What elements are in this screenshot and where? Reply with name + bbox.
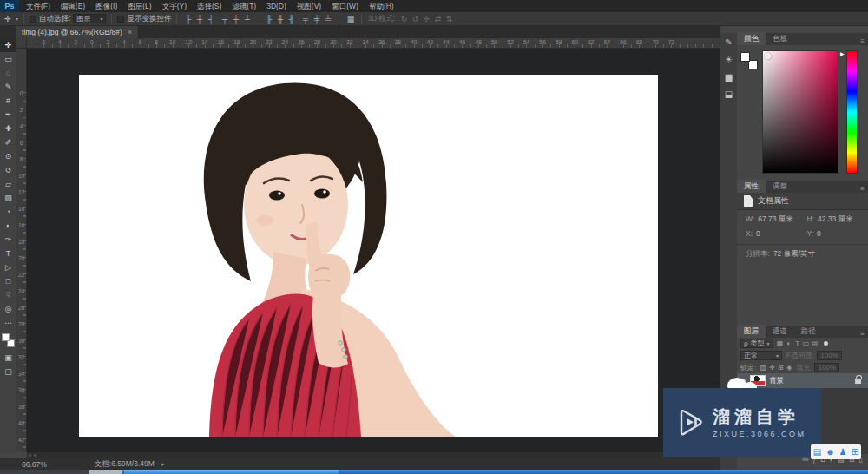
tool-healing-brush[interactable]: ✚ bbox=[0, 122, 16, 135]
menu-item-type[interactable]: 文字(Y) bbox=[157, 0, 192, 12]
distribute-icon[interactable]: ╫ bbox=[274, 15, 286, 23]
panel-icon-adjustments[interactable]: ☀ bbox=[720, 50, 737, 68]
zoom-level[interactable]: 66.67% bbox=[22, 460, 47, 469]
tab-paths[interactable]: 路径 bbox=[794, 325, 823, 338]
tool-clone-stamp[interactable]: ⊙ bbox=[0, 149, 16, 163]
taskbar-active-window[interactable] bbox=[124, 470, 339, 474]
color-picker-cursor[interactable] bbox=[765, 53, 771, 59]
icon-lock-position[interactable]: ⊞ bbox=[776, 364, 785, 372]
horizontal-scrollbar[interactable] bbox=[27, 452, 720, 458]
icon-lock-all[interactable]: ◈ bbox=[785, 364, 793, 372]
icon-filter-pixel[interactable]: ▦ bbox=[776, 339, 785, 347]
show-transform-checkbox[interactable] bbox=[117, 16, 124, 23]
distribute-icon[interactable]: ╟ bbox=[263, 15, 274, 23]
tool-hand[interactable]: ☟ bbox=[0, 288, 16, 302]
filter-bypass-dot[interactable] bbox=[824, 341, 828, 346]
tool-pen[interactable]: ✑ bbox=[0, 233, 16, 247]
mini-color-swatches[interactable] bbox=[740, 52, 760, 71]
panel-toggle-icon[interactable]: ▦ bbox=[345, 15, 356, 23]
tool-lasso[interactable]: ◌ bbox=[0, 66, 16, 80]
status-arrow-icon[interactable]: ▸ bbox=[161, 461, 165, 468]
icon-filter-adjust[interactable]: ◐ bbox=[785, 339, 793, 347]
tab-channels[interactable]: 通道 bbox=[766, 325, 794, 338]
align-icon[interactable]: ┼ bbox=[194, 15, 205, 23]
icon-filter-smart[interactable]: ▤ bbox=[811, 339, 819, 347]
tool-gradient[interactable]: ▨ bbox=[0, 191, 16, 205]
tab-layers[interactable]: 图层 bbox=[737, 325, 766, 338]
distribute-icon[interactable]: ╢ bbox=[286, 15, 297, 23]
color-swatch-pair[interactable] bbox=[0, 332, 16, 351]
align-icon[interactable]: ┬ bbox=[219, 15, 230, 23]
icon-filter-type[interactable]: T bbox=[793, 339, 802, 347]
icon-tray-grid[interactable]: ⊞ bbox=[852, 447, 858, 457]
distribute-icon[interactable]: ╧ bbox=[322, 15, 333, 23]
tool-edit-toolbar[interactable]: ⋯ bbox=[0, 316, 16, 330]
panel-menu-icon[interactable]: ≡ bbox=[857, 37, 868, 45]
ruler-number: 28 bbox=[309, 38, 326, 46]
distribute-icon[interactable]: ╪ bbox=[311, 15, 322, 23]
menu-item-filter[interactable]: 滤镜(T) bbox=[227, 0, 261, 12]
menu-item-help[interactable]: 帮助(H) bbox=[364, 0, 399, 12]
tool-crop[interactable]: # bbox=[0, 94, 16, 108]
tool-move[interactable]: ✛ bbox=[0, 38, 16, 52]
tool-eraser[interactable]: ▱ bbox=[0, 177, 16, 191]
icon-tray-shirt[interactable]: ♟ bbox=[839, 447, 847, 457]
menu-item-file[interactable]: 文件(F) bbox=[21, 0, 56, 12]
tool-quick-select[interactable]: ✎ bbox=[0, 80, 16, 94]
auto-select-dropdown[interactable]: 图层▾ bbox=[73, 14, 106, 23]
panel-icon-history[interactable]: ✎ bbox=[720, 33, 737, 50]
icon-lock-transparent[interactable]: ▨ bbox=[759, 364, 767, 372]
tab-properties[interactable]: 属性 bbox=[737, 180, 766, 193]
tool-brush[interactable]: ✐ bbox=[0, 135, 16, 149]
icon-link-layers[interactable]: ⚯ bbox=[802, 456, 808, 464]
quick-mask-button[interactable]: ▣ bbox=[0, 351, 16, 365]
panel-icon-histogram[interactable]: ▆ bbox=[720, 68, 737, 85]
tool-history-brush[interactable]: ↺ bbox=[0, 163, 16, 177]
layer-filter-dropdown[interactable]: ρ 类型 ▾ bbox=[740, 339, 773, 348]
menu-item-window[interactable]: 窗口(W) bbox=[326, 0, 364, 12]
panel-menu-icon[interactable]: ≡ bbox=[857, 330, 868, 338]
tool-marquee[interactable]: ▭ bbox=[0, 52, 16, 66]
hue-marker-icon[interactable]: ▶ bbox=[840, 50, 845, 56]
icon-tray-card[interactable]: ▤ bbox=[813, 447, 821, 457]
align-icon[interactable]: ┴ bbox=[241, 15, 253, 23]
tool-preset-caret-icon[interactable]: ▾ bbox=[16, 16, 18, 22]
tool-shape[interactable]: □ bbox=[0, 274, 16, 288]
tool-zoom[interactable]: ◎ bbox=[0, 302, 16, 316]
tab-color[interactable]: 颜色 bbox=[737, 32, 766, 45]
menu-item-view[interactable]: 视图(V) bbox=[292, 0, 326, 12]
tool-dodge[interactable]: ◐ bbox=[0, 219, 16, 233]
align-icon[interactable]: ├ bbox=[182, 15, 194, 23]
menu-item-image[interactable]: 图像(I) bbox=[90, 0, 122, 12]
canvas-area[interactable] bbox=[27, 49, 720, 452]
auto-select-checkbox[interactable] bbox=[30, 16, 36, 23]
tool-eyedropper[interactable]: ✒ bbox=[0, 108, 16, 122]
close-tab-icon[interactable]: × bbox=[128, 28, 132, 36]
document-tab[interactable]: timg (4).jpg @ 66.7%(RGB/8#) × bbox=[16, 26, 139, 38]
mode3d-icon: ⇅ bbox=[444, 15, 455, 23]
menu-item-3d[interactable]: 3D(D) bbox=[261, 0, 292, 12]
menu-item-layer[interactable]: 图层(L) bbox=[122, 0, 156, 12]
tool-type[interactable]: T bbox=[0, 247, 16, 260]
tool-blur[interactable]: ◔ bbox=[0, 205, 16, 219]
color-picker-field[interactable] bbox=[762, 50, 838, 174]
align-icon[interactable]: ┤ bbox=[205, 15, 216, 23]
windows-taskbar[interactable] bbox=[0, 470, 868, 474]
screen-mode-button[interactable]: ▢ bbox=[0, 365, 16, 379]
icon-filter-shape[interactable]: ▭ bbox=[802, 339, 811, 347]
foreground-color-swatch[interactable] bbox=[2, 333, 10, 341]
hue-strip[interactable] bbox=[846, 50, 858, 174]
align-icon[interactable]: ┼ bbox=[230, 15, 241, 23]
tool-path-select[interactable]: ▷ bbox=[0, 260, 16, 274]
panel-menu-icon[interactable]: ≡ bbox=[857, 185, 868, 193]
tab-adjustments[interactable]: 调整 bbox=[766, 180, 794, 193]
distribute-icon[interactable]: ╤ bbox=[299, 15, 311, 23]
blend-mode-dropdown[interactable]: 正常▾ bbox=[740, 351, 782, 360]
icon-lock-pixels[interactable]: ✛ bbox=[767, 364, 776, 372]
ruler-number: 68 bbox=[631, 38, 648, 46]
tab-swatches[interactable]: 色板 bbox=[766, 32, 794, 45]
panel-icon-clone-source[interactable]: ⬓ bbox=[720, 85, 737, 102]
menu-item-edit[interactable]: 编辑(E) bbox=[56, 0, 90, 12]
menu-item-select[interactable]: 选择(S) bbox=[192, 0, 227, 12]
icon-tray-user[interactable]: ☻ bbox=[825, 447, 835, 457]
